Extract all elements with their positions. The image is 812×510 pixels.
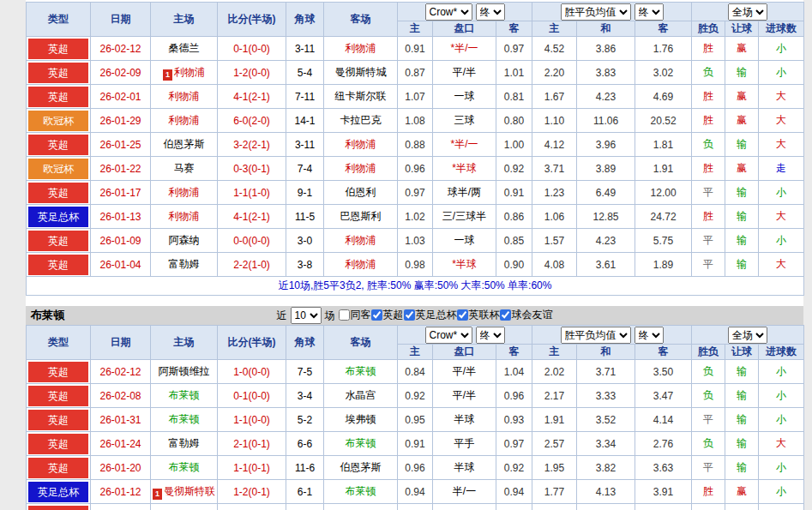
- home-team[interactable]: 1曼彻斯特联: [151, 480, 218, 504]
- home-team[interactable]: 利物浦: [151, 181, 218, 205]
- away-team[interactable]: 水晶宫: [324, 384, 398, 408]
- match-score[interactable]: 6-0(2-0): [218, 109, 286, 133]
- avg-home: 1.10: [532, 109, 577, 133]
- goals-cell: 小: [759, 408, 804, 432]
- home-team[interactable]: 布莱顿: [151, 384, 218, 408]
- match-score[interactable]: 1-1(0-0): [218, 408, 286, 432]
- result-cell: 胜: [692, 109, 725, 133]
- match-score[interactable]: 0-1(0-0): [218, 384, 286, 408]
- league-badge: 英超: [28, 135, 88, 155]
- home-team[interactable]: 布莱顿: [151, 408, 218, 432]
- filter-checkbox-同客[interactable]: [339, 309, 350, 321]
- let-ball-cell: 赢: [725, 37, 759, 61]
- avg-type-select[interactable]: 胜平负均值: [561, 3, 631, 21]
- away-team[interactable]: 伯恩利: [324, 181, 398, 205]
- odds-final-select[interactable]: 终: [476, 327, 505, 344]
- home-team-name: 布莱顿: [169, 461, 200, 473]
- column-header-date: 日期: [91, 326, 151, 360]
- away-team[interactable]: 卡拉巴克: [324, 109, 398, 133]
- match-score[interactable]: 0-1(0-0): [218, 37, 286, 61]
- bookmaker-select[interactable]: Crow*: [425, 3, 472, 21]
- column-header-avg-home: 主: [532, 345, 577, 360]
- away-team[interactable]: 利物浦: [324, 133, 398, 157]
- league-cell: 英超: [27, 85, 91, 109]
- avg-type-select[interactable]: 胜平负均值: [561, 327, 631, 344]
- let-ball-cell: 输: [725, 504, 759, 510]
- scope-select[interactable]: 全场: [728, 327, 767, 344]
- home-team[interactable]: 阿森纳: [151, 229, 218, 253]
- avg-final-select[interactable]: 终: [635, 327, 664, 344]
- home-team[interactable]: 马赛: [151, 157, 218, 181]
- home-team[interactable]: 阿斯顿维拉: [151, 360, 218, 384]
- away-team[interactable]: 布莱顿: [324, 432, 398, 456]
- home-team[interactable]: 布莱顿: [151, 456, 218, 480]
- filter-球会友谊: 球会友谊: [500, 308, 553, 322]
- league-badge: 英超: [28, 458, 88, 478]
- recent-count-select[interactable]: 10: [291, 307, 322, 324]
- home-team[interactable]: 利物浦: [151, 205, 218, 229]
- match-score[interactable]: 4-1(2-1): [218, 85, 286, 109]
- away-team[interactable]: 利物浦: [324, 157, 398, 181]
- league-badge: 欧冠杯: [28, 159, 88, 179]
- match-score[interactable]: 4-1(2-1): [218, 205, 286, 229]
- avg-final-select[interactable]: 终: [635, 3, 664, 21]
- odds-final-select[interactable]: 终: [476, 3, 505, 21]
- match-row: 英超26-02-01利物浦4-1(2-1)7-11纽卡斯尔联1.07一球0.81…: [27, 85, 804, 109]
- filter-label: 英足总杯: [416, 308, 457, 322]
- match-score[interactable]: 1-0(0-0): [218, 360, 286, 384]
- filter-checkbox-英足总杯[interactable]: [404, 309, 415, 321]
- away-team-name: 埃弗顿: [346, 413, 376, 425]
- away-team[interactable]: 利物浦: [324, 253, 398, 277]
- home-team[interactable]: 富勒姆: [151, 253, 218, 277]
- home-team[interactable]: 曼彻斯特城: [151, 504, 218, 510]
- match-score[interactable]: 1-2(0-0): [218, 61, 286, 85]
- away-team[interactable]: 伯恩茅斯: [324, 456, 398, 480]
- away-team-name: 布莱顿: [346, 437, 376, 449]
- match-score[interactable]: 1-1(1-0): [218, 181, 286, 205]
- corners: 7-5: [286, 360, 324, 384]
- corners: 3-0: [286, 229, 324, 253]
- avg-source-header: 胜平负均值终: [532, 326, 692, 345]
- league-cell: 欧冠杯: [27, 109, 91, 133]
- match-score[interactable]: 0-0(0-0): [218, 229, 286, 253]
- match-score[interactable]: 1-1(0-1): [218, 456, 286, 480]
- away-team[interactable]: 纽卡斯尔联: [324, 85, 398, 109]
- away-team[interactable]: 埃弗顿: [324, 408, 398, 432]
- filter-checkbox-英联杯[interactable]: [457, 309, 468, 321]
- match-row: 英超26-01-09阿森纳0-0(0-0)3-0利物浦1.03一球0.851.5…: [27, 229, 804, 253]
- let-ball-cell: 赢: [725, 109, 759, 133]
- away-team[interactable]: 利物浦: [324, 37, 398, 61]
- home-team[interactable]: 利物浦: [151, 109, 218, 133]
- away-team[interactable]: 利物浦: [324, 229, 398, 253]
- scope-select[interactable]: 全场: [728, 3, 767, 21]
- away-team-name: 利物浦: [346, 138, 376, 150]
- away-team[interactable]: 布莱顿: [324, 480, 398, 504]
- away-team[interactable]: 布莱顿: [324, 504, 398, 510]
- match-score[interactable]: 1-2(0-1): [218, 480, 286, 504]
- let-ball-cell: 赢: [725, 480, 759, 504]
- home-team[interactable]: 利物浦: [151, 85, 218, 109]
- match-score[interactable]: 3-2(2-1): [218, 133, 286, 157]
- corners: 7-11: [286, 85, 324, 109]
- corners: 11-6: [286, 456, 324, 480]
- home-team[interactable]: 富勒姆: [151, 432, 218, 456]
- away-team[interactable]: 曼彻斯特城: [324, 61, 398, 85]
- match-score[interactable]: 1-1(1-0): [218, 504, 286, 510]
- filter-checkbox-英超[interactable]: [371, 309, 382, 321]
- home-odds: 0.84: [398, 360, 433, 384]
- match-score[interactable]: 2-1(0-1): [218, 432, 286, 456]
- away-team[interactable]: 布莱顿: [324, 360, 398, 384]
- avg-home: 1.77: [532, 480, 577, 504]
- goals-cell: 大: [759, 432, 804, 456]
- avg-draw: 3.34: [577, 432, 635, 456]
- away-odds: 1.01: [496, 61, 532, 85]
- match-score[interactable]: 2-2(1-0): [218, 253, 286, 277]
- match-score[interactable]: 0-3(0-1): [218, 157, 286, 181]
- handicap: *半/一: [433, 37, 496, 61]
- home-team[interactable]: 伯恩茅斯: [151, 133, 218, 157]
- away-team[interactable]: 巴恩斯利: [324, 205, 398, 229]
- filter-checkbox-球会友谊[interactable]: [500, 309, 511, 321]
- home-team[interactable]: 桑德兰: [151, 37, 218, 61]
- home-team[interactable]: 1利物浦: [151, 61, 218, 85]
- bookmaker-select[interactable]: Crow*: [425, 327, 472, 344]
